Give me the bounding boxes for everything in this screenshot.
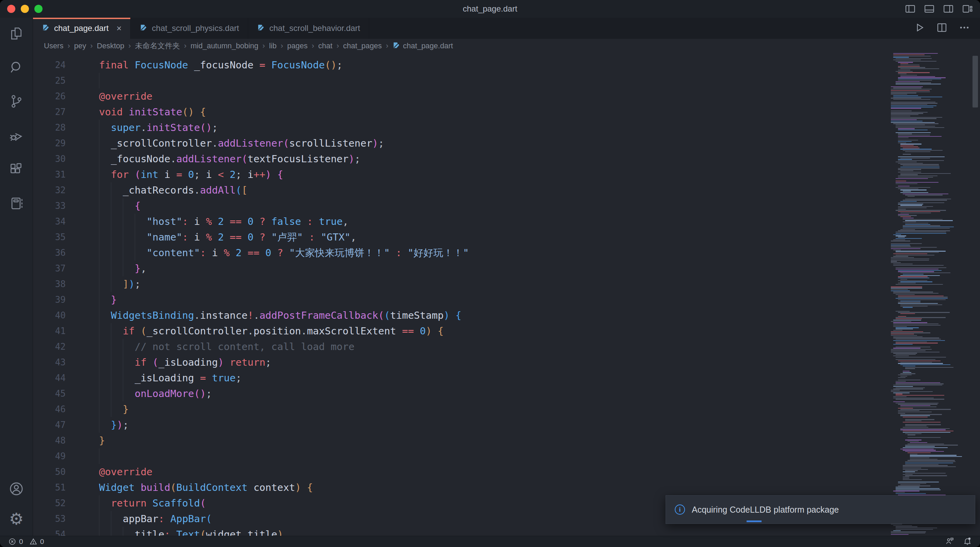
- breadcrumb-item[interactable]: pages: [287, 41, 308, 50]
- split-editor-icon[interactable]: [936, 21, 948, 35]
- breadcrumb-item[interactable]: mid_autumn_bobing: [191, 41, 258, 50]
- code-line-46[interactable]: 46 }: [33, 401, 980, 417]
- line-number: 54: [33, 526, 66, 536]
- code-line-29[interactable]: 29 _scrollController.addListener(scrollL…: [33, 135, 980, 151]
- line-number: 53: [33, 511, 66, 526]
- code-line-35[interactable]: 35 "name": i % 2 == 0 ? "卢羿" : "GTX",: [33, 229, 980, 245]
- toggle-sidebar-right-icon[interactable]: [943, 3, 954, 14]
- code-line-44[interactable]: 44 _isLoading = true;: [33, 370, 980, 386]
- line-number: 52: [33, 495, 66, 511]
- notification-toast[interactable]: i Acquiring CodeLLDB platform package: [666, 495, 975, 524]
- breadcrumb-item[interactable]: chat_pages: [343, 41, 382, 50]
- dart-file-icon: [392, 41, 400, 51]
- tab-bar: chat_page.dart×chat_scroll_physics.dartc…: [33, 18, 980, 39]
- minimap[interactable]: [889, 53, 969, 536]
- code-line-39[interactable]: 39 }: [33, 292, 980, 307]
- code-line-45[interactable]: 45 onLoadMore();: [33, 386, 980, 401]
- line-number: 30: [33, 151, 66, 167]
- code-line-28[interactable]: 28 super.initState();: [33, 120, 980, 135]
- code-line-48[interactable]: 48 }: [33, 433, 980, 448]
- code-line-26[interactable]: 26 @override: [33, 89, 980, 104]
- code-line-49[interactable]: 49: [33, 448, 980, 464]
- tab-label: chat_scroll_physics.dart: [152, 24, 239, 33]
- code-line-31[interactable]: 31 for (int i = 0; i < 2; i++) {: [33, 167, 980, 182]
- accounts-icon[interactable]: [8, 481, 24, 497]
- run-file-icon[interactable]: [913, 21, 926, 35]
- breadcrumb-item[interactable]: Users: [44, 41, 63, 50]
- breadcrumb: Users›pey›Desktop›未命名文件夹›mid_autumn_bobi…: [33, 39, 980, 53]
- breadcrumb-file[interactable]: chat_page.dart: [392, 41, 453, 51]
- code-line-25[interactable]: 25: [33, 73, 980, 89]
- code-line-50[interactable]: 50 @override: [33, 464, 980, 480]
- breadcrumb-separator: ›: [262, 41, 265, 50]
- code-text: _focusNode.addListener(textFocusListener…: [87, 151, 360, 167]
- code-line-47[interactable]: 47 });: [33, 417, 980, 433]
- breadcrumb-item[interactable]: lib: [269, 41, 277, 50]
- activity-bar: ⚙: [0, 18, 33, 536]
- search-icon[interactable]: [8, 59, 24, 76]
- code-line-40[interactable]: 40 WidgetsBinding.instance!.addPostFrame…: [33, 307, 980, 323]
- vscode-window: chat_page.dart: [0, 0, 980, 547]
- explorer-icon[interactable]: [8, 25, 24, 41]
- window-close-button[interactable]: [7, 5, 15, 13]
- line-number: 32: [33, 182, 66, 198]
- code-line-32[interactable]: 32 _chatRecords.addAll([: [33, 182, 980, 198]
- code-text: }: [87, 292, 117, 307]
- code-text: if (_isLoading) return;: [87, 355, 271, 370]
- more-actions-icon[interactable]: [958, 21, 970, 35]
- window-minimize-button[interactable]: [21, 5, 29, 13]
- code-text: [87, 448, 111, 464]
- code-text: _isLoading = true;: [87, 370, 242, 386]
- feedback-icon[interactable]: [945, 536, 954, 547]
- code-line-24[interactable]: 24 final FocusNode _focusNode = FocusNod…: [33, 57, 980, 73]
- breadcrumb-item[interactable]: pey: [74, 41, 86, 50]
- settings-gear-icon[interactable]: ⚙: [8, 510, 24, 527]
- code-line-41[interactable]: 41 if (_scrollController.position.maxScr…: [33, 323, 980, 339]
- code-line-37[interactable]: 37 },: [33, 261, 980, 276]
- tab-chat_page-dart[interactable]: chat_page.dart×: [33, 18, 130, 39]
- code-line-42[interactable]: 42 // not scroll content, call load more: [33, 339, 980, 355]
- tab-chat_scroll_behavior-dart[interactable]: chat_scroll_behavior.dart: [248, 18, 369, 39]
- code-editor[interactable]: 24 final FocusNode _focusNode = FocusNod…: [33, 53, 980, 536]
- source-control-icon[interactable]: [8, 93, 24, 110]
- code-line-30[interactable]: 30 _focusNode.addListener(textFocusListe…: [33, 151, 980, 167]
- breadcrumb-item[interactable]: chat: [318, 41, 332, 50]
- code-line-54[interactable]: 54 title: Text(widget.title),: [33, 526, 980, 536]
- notifications-bell-icon[interactable]: [963, 536, 972, 547]
- code-text: final FocusNode _focusNode = FocusNode()…: [87, 57, 343, 73]
- line-number: 49: [33, 448, 66, 464]
- line-number: 47: [33, 417, 66, 433]
- breadcrumb-separator: ›: [90, 41, 92, 50]
- code-text: @override: [87, 464, 153, 480]
- code-text: appBar: AppBar(: [87, 511, 212, 526]
- line-number: 31: [33, 167, 66, 182]
- code-text: });: [87, 417, 129, 433]
- scrollbar-slider[interactable]: [972, 56, 978, 108]
- code-line-38[interactable]: 38 ]);: [33, 276, 980, 292]
- tab-chat_scroll_physics-dart[interactable]: chat_scroll_physics.dart: [130, 18, 248, 39]
- tab-close-icon[interactable]: ×: [116, 23, 121, 34]
- customize-layout-icon[interactable]: [962, 3, 973, 14]
- window-zoom-button[interactable]: [34, 5, 43, 13]
- code-line-33[interactable]: 33 {: [33, 198, 980, 214]
- dart-file-icon: [140, 24, 147, 33]
- code-line-34[interactable]: 34 "host": i % 2 == 0 ? false : true,: [33, 214, 980, 229]
- toggle-sidebar-left-icon[interactable]: [904, 3, 916, 14]
- info-icon: i: [675, 504, 685, 515]
- code-line-43[interactable]: 43 if (_isLoading) return;: [33, 355, 980, 370]
- breadcrumb-item[interactable]: Desktop: [97, 41, 124, 50]
- code-line-27[interactable]: 27 void initState() {: [33, 104, 980, 120]
- toggle-panel-icon[interactable]: [924, 3, 935, 14]
- code-line-51[interactable]: 51 Widget build(BuildContext context) {: [33, 480, 980, 495]
- problems-status[interactable]: 0 0: [8, 537, 44, 545]
- breadcrumb-item[interactable]: 未命名文件夹: [135, 41, 180, 51]
- code-text: super.initState();: [87, 120, 218, 135]
- run-debug-icon[interactable]: [8, 127, 24, 143]
- notification-progress-bar: [746, 520, 762, 522]
- breadcrumb-separator: ›: [337, 41, 339, 50]
- code-text: _chatRecords.addAll([: [87, 182, 247, 198]
- code-line-36[interactable]: 36 "content": i % 2 == 0 ? "大家快来玩博饼！！" :…: [33, 245, 980, 261]
- notification-message: Acquiring CodeLLDB platform package: [692, 505, 839, 515]
- notebook-icon[interactable]: [8, 195, 24, 211]
- extensions-icon[interactable]: [8, 161, 24, 178]
